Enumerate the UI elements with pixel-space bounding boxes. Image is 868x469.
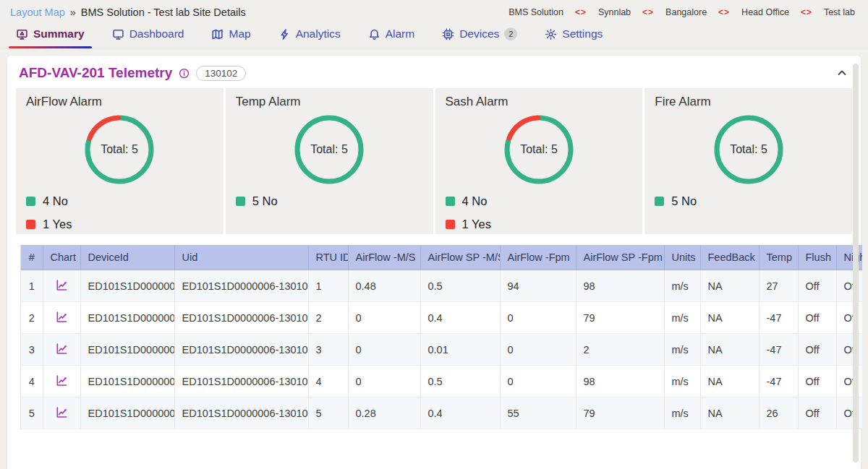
table-cell: Off [798,334,836,366]
donut-chart: Total: 5 [26,111,213,189]
legend-label: 5 No [671,194,697,208]
column-header: # [21,245,43,270]
svg-text:Total: 5: Total: 5 [310,143,348,155]
map-icon [211,28,224,40]
tab-summary[interactable]: Summary [12,21,89,48]
site-path-item[interactable]: Synnlab [598,7,631,17]
legend-swatch [26,197,35,206]
table-cell: ED101S1D0000006-130102-4 [174,366,308,397]
tab-devices[interactable]: Devices2 [438,21,522,48]
vertical-scroll-thumb[interactable] [853,64,859,462]
chart-icon[interactable] [55,374,69,387]
column-header: FeedBack [700,245,759,270]
column-header: Uid [174,245,308,270]
table-cell: 0 [348,334,420,366]
table-cell: 0.48 [348,270,420,302]
tab-label: Alarm [386,27,414,40]
table-cell: 79 [576,397,664,429]
column-header: Flush [798,245,836,270]
table-cell: NA [700,302,759,334]
legend-swatch [446,197,455,206]
table-cell: Off [798,270,836,302]
table-cell: ED101S1D0000006 [80,302,174,334]
tab-alarm[interactable]: Alarm [364,21,419,48]
legend-swatch [655,197,664,206]
info-icon[interactable] [179,68,190,79]
chart-icon[interactable] [55,278,69,292]
site-path-separator-icon: <> [642,7,654,17]
breadcrumb-separator: » [70,7,76,18]
table-cell-chart [43,302,80,334]
site-path-item[interactable]: Bangalore [665,7,707,17]
telemetry-card-header: AFD-VAV-201 Telemetry 130102 [7,56,861,88]
chart-icon[interactable] [55,405,69,419]
legend-swatch [236,197,245,206]
svg-text:Total: 5: Total: 5 [520,143,558,155]
tab-dashboard[interactable]: Dashboard [108,21,189,48]
table-header-row: #ChartDeviceIdUidRTU IDAirFlow -M/SAirFl… [21,245,862,270]
chart-icon[interactable] [55,310,69,324]
alarm-panel-fire-alarm: Fire AlarmTotal: 55 No [644,88,852,234]
legend-item: 4 No [26,194,213,208]
table-cell: 3 [308,334,348,366]
table-cell-chart [43,334,80,366]
site-path-separator-icon: <> [575,7,587,17]
column-header: AirFlow SP -Fpm [576,245,664,270]
table-cell: 0.28 [348,397,420,429]
chevron-up-icon[interactable] [836,67,848,79]
site-path-item[interactable]: BMS Solution [509,7,563,17]
legend-label: 4 No [43,194,68,208]
legend-item: 4 No [446,194,633,208]
table-row: 5ED101S1D0000006ED101S1D0000006-130102-5… [21,397,862,429]
donut-legend: 5 No [655,194,842,208]
donut-legend: 4 No1 Yes [26,194,213,231]
alarm-panel-title: Fire Alarm [655,95,842,109]
site-path-separator-icon: <> [718,7,730,17]
legend-swatch [26,220,35,229]
tab-settings[interactable]: Settings [540,21,607,48]
breadcrumb-link[interactable]: Layout Map [10,7,65,18]
alarm-panel-temp-alarm: Temp AlarmTotal: 55 No [226,88,433,234]
table-cell: 0 [500,334,576,366]
table-cell: m/s [664,397,700,429]
telemetry-card: AFD-VAV-201 Telemetry 130102 AirFlow Ala… [7,56,861,469]
table-cell: 0.4 [420,397,500,429]
site-path-item[interactable]: Head Office [741,7,789,17]
column-header: AirFlow -M/S [348,245,420,270]
chart-icon[interactable] [55,342,69,356]
column-header: Temp [759,245,798,270]
table-cell: 1 [308,270,348,302]
alarm-icon [368,28,380,40]
table-cell: 2 [21,302,43,334]
table-cell: 27 [759,270,798,302]
table-cell: ED101S1D0000006-130102-3 [174,334,308,366]
legend-label: 1 Yes [43,218,72,231]
legend-swatch [446,220,455,229]
table-cell: 0.01 [420,334,500,366]
table-cell: 0.5 [420,270,500,302]
alarm-panel-title: AirFlow Alarm [26,95,213,109]
table-cell: 0.5 [420,366,500,397]
donut-chart: Total: 5 [236,111,423,189]
table-cell: 55 [500,397,576,429]
table-cell-chart [43,397,80,429]
site-path-item[interactable]: Test lab [824,7,855,17]
tab-analytics[interactable]: Analytics [274,21,345,48]
table-cell: m/s [664,334,700,366]
svg-text:Total: 5: Total: 5 [101,143,139,155]
table-cell: Off [798,366,836,397]
table-cell: 98 [576,270,664,302]
alarm-panel-sash-alarm: Sash AlarmTotal: 54 No1 Yes [435,88,643,234]
legend-item: 5 No [236,194,423,208]
table-cell: ED101S1D0000006 [80,366,174,397]
donut-legend: 5 No [236,194,423,208]
summary-icon [16,28,28,40]
breadcrumb-current: BMS Solution - Test lab Site Details [81,7,246,18]
tab-map[interactable]: Map [207,21,255,48]
table-cell: NA [700,366,759,397]
table-cell: 2 [308,302,348,334]
table-cell: m/s [664,366,700,397]
table-cell: ED101S1D0000006 [80,270,174,302]
table-cell: 98 [576,366,664,397]
table-cell: 1 [21,270,43,302]
